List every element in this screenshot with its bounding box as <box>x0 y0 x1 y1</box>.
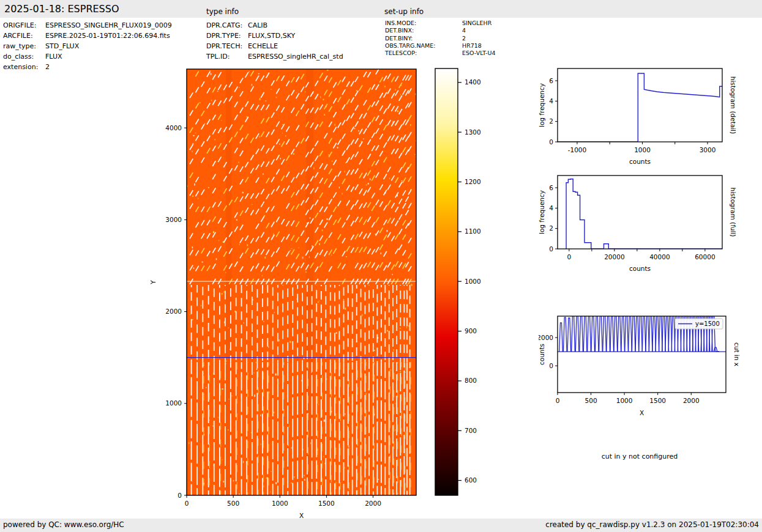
setup-info-table: INS.MODE:SINGLEHRDET.BINX:4DET.BINY:2OBS… <box>385 20 496 57</box>
info-value: ESO-VLT-U4 <box>462 50 496 57</box>
svg-text:6: 6 <box>549 77 553 84</box>
info-value: ESPRE.2025-01-19T01:22:06.694.fits <box>45 31 170 41</box>
svg-text:4000: 4000 <box>165 124 182 131</box>
footer-powered-by: powered by QC: www.eso.org/HC <box>3 520 124 529</box>
svg-text:0: 0 <box>549 245 553 253</box>
info-row: DPR.CATG:CALIB <box>206 20 343 31</box>
histogram-detail-plot: -1000100030000246countslog frequencyhist… <box>539 64 762 174</box>
info-row: INS.MODE:SINGLEHR <box>385 20 496 27</box>
info-value: FLUX,STD,SKY <box>248 31 295 41</box>
info-value: ESPRESSO_singleHR_cal_std <box>248 51 343 62</box>
svg-text:0: 0 <box>177 492 182 499</box>
svg-text:3000: 3000 <box>700 146 716 153</box>
info-row: ARCFILE:ESPRE.2025-01-19T01:22:06.694.fi… <box>3 31 172 41</box>
colorbar-svg: 60070080090010001100120013001400 <box>428 61 490 523</box>
right-side-label: histogram (full) <box>730 188 737 237</box>
svg-text:60000: 60000 <box>695 253 715 260</box>
svg-text:1500: 1500 <box>649 397 666 404</box>
info-label: DPR.CATG: <box>206 20 248 31</box>
svg-text:500: 500 <box>227 500 239 507</box>
svg-text:1500: 1500 <box>318 500 335 507</box>
svg-text:3000: 3000 <box>165 216 182 223</box>
info-label: ORIGFILE: <box>3 20 45 31</box>
legend-label: y=1500 <box>695 320 720 327</box>
info-row: raw_type:STD_FLUX <box>3 41 172 51</box>
x-axis-label: counts <box>629 158 651 165</box>
raw-image-pixels <box>187 69 417 496</box>
info-label: extension: <box>3 62 45 72</box>
svg-text:1000: 1000 <box>616 397 633 404</box>
info-label: do_class: <box>3 51 45 62</box>
info-value: FLUX <box>45 51 62 62</box>
svg-text:0: 0 <box>556 397 560 404</box>
info-label: OBS.TARG.NAME: <box>385 42 462 50</box>
svg-text:2: 2 <box>549 224 553 232</box>
svg-text:20000: 20000 <box>604 253 624 260</box>
colorbar-ticks: 60070080090010001100120013001400 <box>458 78 481 484</box>
info-value: 2 <box>45 62 50 72</box>
svg-text:600: 600 <box>465 476 477 484</box>
info-label: DPR.TECH: <box>206 41 248 51</box>
info-value: SINGLEHR <box>462 20 491 27</box>
svg-text:2: 2 <box>549 117 553 125</box>
info-label: DET.BINY: <box>385 35 462 42</box>
svg-text:1000: 1000 <box>272 500 288 507</box>
info-value: HR718 <box>462 42 482 50</box>
histogram-full-plot: 02000040000600000246countslog frequencyh… <box>539 171 762 281</box>
x-axis-label: counts <box>629 265 651 272</box>
page-title: 2025-01-18: ESPRESSO <box>4 3 119 15</box>
info-row: DET.BINX:4 <box>385 27 496 34</box>
y-axis-label: counts <box>539 344 545 365</box>
svg-text:2000: 2000 <box>539 334 553 341</box>
svg-text:1100: 1100 <box>465 227 481 235</box>
svg-text:500: 500 <box>585 397 597 404</box>
svg-text:0: 0 <box>185 500 189 507</box>
x-axis-label: X <box>640 409 644 416</box>
svg-text:0: 0 <box>549 362 553 369</box>
hist-detail-curve <box>558 73 722 142</box>
info-label: raw_type: <box>3 41 45 51</box>
info-value: 4 <box>462 27 466 34</box>
cut-in-x-plot: 050010001500200002000Xcountscut in xy=15… <box>539 306 762 425</box>
cut-x-svg: 050010001500200002000Xcountscut in xy=15… <box>539 306 762 425</box>
svg-text:1200: 1200 <box>465 178 481 185</box>
svg-text:-1000: -1000 <box>568 146 587 153</box>
svg-text:1300: 1300 <box>465 128 481 136</box>
svg-text:1000: 1000 <box>465 278 481 285</box>
svg-text:700: 700 <box>465 427 477 434</box>
info-value: ECHELLE <box>248 41 278 51</box>
hist-full-curve <box>566 179 722 249</box>
svg-text:40000: 40000 <box>649 253 670 260</box>
right-side-label: histogram (detail) <box>730 76 737 134</box>
info-label: DPR.TYPE: <box>206 31 248 41</box>
info-row: TPL.ID:ESPRESSO_singleHR_cal_std <box>206 51 343 62</box>
type-info-table: DPR.CATG:CALIBDPR.TYPE:FLUX,STD,SKYDPR.T… <box>206 20 343 62</box>
info-value: STD_FLUX <box>45 41 79 51</box>
svg-text:0: 0 <box>549 138 553 146</box>
info-row: DPR.TYPE:FLUX,STD,SKY <box>206 31 343 41</box>
setup-info-header: set-up info <box>384 7 424 16</box>
hist-detail-svg: -1000100030000246countslog frequencyhist… <box>539 64 762 174</box>
info-row: OBS.TARG.NAME:HR718 <box>385 42 496 50</box>
y-axis-label: Y <box>149 280 157 285</box>
y-axis-label: log frequency <box>539 190 545 234</box>
svg-text:1400: 1400 <box>465 78 481 86</box>
raw-image-svg: 050010001500200001000200030004000XY <box>147 61 428 520</box>
raw-image-plot: 050010001500200001000200030004000XY <box>147 61 428 520</box>
info-row: do_class:FLUX <box>3 51 172 62</box>
info-label: INS.MODE: <box>385 20 462 27</box>
svg-text:1000: 1000 <box>634 146 651 153</box>
hist-full-svg: 02000040000600000246countslog frequencyh… <box>539 171 762 281</box>
svg-text:900: 900 <box>465 327 477 334</box>
svg-text:2000: 2000 <box>683 397 700 404</box>
info-label: ARCFILE: <box>3 31 45 41</box>
right-side-label: cut in x <box>733 342 741 366</box>
info-value: 2 <box>462 35 466 42</box>
svg-text:2000: 2000 <box>365 500 381 507</box>
info-row: DET.BINY:2 <box>385 35 496 42</box>
svg-text:800: 800 <box>465 377 477 384</box>
info-label: DET.BINX: <box>385 27 462 34</box>
info-label: TPL.ID: <box>206 51 248 62</box>
colorbar-gradient <box>435 68 458 495</box>
svg-text:0: 0 <box>567 253 572 260</box>
